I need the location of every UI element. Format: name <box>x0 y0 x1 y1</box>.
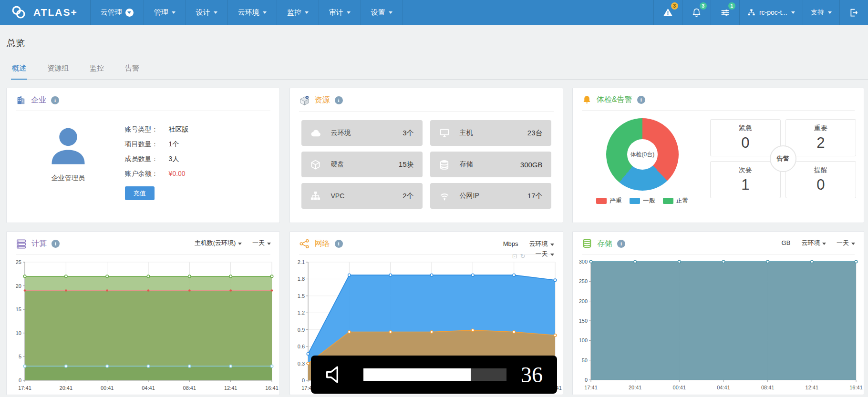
tab-alarms[interactable]: 告警 <box>124 64 140 79</box>
storage-card: 存储 i GB云环境 一天 17:4120:4100:4104:4108:411… <box>572 231 864 395</box>
svg-text:50: 50 <box>582 357 588 363</box>
health-card-header: 体检&告警 i <box>582 88 855 111</box>
cloud-management-caret-icon <box>125 9 134 17</box>
warning-triangle-icon <box>662 7 673 18</box>
resource-tile-storage[interactable]: 存储 300GB <box>430 152 551 177</box>
chevron-down-icon <box>550 254 554 256</box>
brand[interactable]: ATLAS+ <box>0 0 90 25</box>
svg-text:10: 10 <box>16 330 21 336</box>
alarm-bell-icon <box>582 95 592 105</box>
tab-monitoring[interactable]: 监控 <box>89 64 105 79</box>
legend-item-healthy[interactable]: 正常 <box>663 196 689 205</box>
storage-icon <box>439 159 453 170</box>
alarm-box-urgent[interactable]: 紧急 0 <box>710 119 781 156</box>
chevron-down-icon <box>238 243 242 245</box>
health-card-title: 体检&告警 <box>597 95 632 105</box>
legend-swatch <box>630 198 640 204</box>
balance-row: 账户余额： ¥0.00 <box>125 170 263 178</box>
chevron-down-icon <box>263 11 267 14</box>
restore-icon[interactable]: ↻ <box>520 253 526 260</box>
tab-resource-groups[interactable]: 资源组 <box>46 64 70 79</box>
storage-card-title: 存储 <box>597 239 612 249</box>
nav-menu-settings[interactable]: 设置 <box>361 0 403 25</box>
tasks-button[interactable]: 1 <box>711 0 739 25</box>
atlas-logo-icon <box>10 4 27 20</box>
info-icon[interactable]: i <box>52 240 60 248</box>
svg-text:250: 250 <box>579 278 588 284</box>
tab-overview[interactable]: 概述 <box>11 64 27 80</box>
svg-text:2.1: 2.1 <box>297 259 304 265</box>
info-icon[interactable]: i <box>637 96 645 104</box>
resource-tile-public-ip[interactable]: 公网IP 17个 <box>430 183 551 209</box>
svg-text:150: 150 <box>579 318 588 324</box>
svg-text:16:41: 16:41 <box>265 385 279 391</box>
logout-button[interactable] <box>839 0 868 25</box>
chevron-down-icon <box>389 11 393 14</box>
resource-tile-disks[interactable]: 硬盘 15块 <box>301 152 423 177</box>
support-menu[interactable]: 支持 <box>803 0 839 25</box>
compute-range-selector[interactable]: 一天 <box>252 239 271 246</box>
health-card-body: 体检(0台) 严重 一般 正常 <box>573 111 864 205</box>
vpc-icon <box>310 191 324 202</box>
legend-item-critical[interactable]: 严重 <box>596 196 622 205</box>
nav-menu-cloud-management[interactable]: 云管理 <box>90 0 144 25</box>
svg-text:17:41: 17:41 <box>18 385 31 391</box>
alarm-box-important[interactable]: 重要 2 <box>785 119 856 156</box>
network-range-selector[interactable]: 一天 <box>536 250 554 257</box>
svg-text:08:41: 08:41 <box>183 385 196 391</box>
health-legend: 严重 一般 正常 <box>596 196 689 205</box>
host-icon <box>439 128 453 138</box>
recharge-button[interactable]: 充值 <box>125 186 155 200</box>
alarm-box-reminder[interactable]: 提醒 0 <box>785 161 856 198</box>
datazoom-icon[interactable]: ⊡ <box>512 253 517 260</box>
network-unit-label: Mbps <box>503 240 518 247</box>
alarm-box-minor[interactable]: 次要 1 <box>710 161 781 198</box>
resource-tile-hosts[interactable]: 主机 23台 <box>430 120 551 146</box>
storage-range-selector[interactable]: 一天 <box>837 239 855 246</box>
notifications-button[interactable]: 3 <box>682 0 711 25</box>
nav-menu-cloud-env[interactable]: 云环境 <box>227 0 277 25</box>
svg-text:15: 15 <box>16 306 21 312</box>
resources-card-body: 云环境 3个 主机 23台 硬盘 15块 存储 <box>290 112 563 209</box>
resource-tile-vpc[interactable]: VPC 2个 <box>301 183 423 209</box>
main-menu: 云管理 管理 设计 云环境 监控 审计 设置 <box>90 0 403 25</box>
avatar <box>45 123 91 169</box>
storage-env-selector[interactable]: 云环境 <box>801 239 826 246</box>
compute-metric-selector[interactable]: 主机数(云环境) <box>195 239 242 246</box>
storage-chart: 17:4120:4100:4104:4108:4112:4116:4105010… <box>573 257 864 393</box>
compute-card: 计算 i 主机数(云环境) 一天 17:4120:4100:4104:4108:… <box>6 231 280 395</box>
chevron-down-icon <box>791 11 795 14</box>
volume-bar-fill <box>363 368 471 381</box>
enterprise-card-header: 企业 i <box>16 88 270 111</box>
info-icon[interactable]: i <box>51 96 59 104</box>
enterprise-card-body: 企业管理员 账号类型： 社区版 项目数量： 1个 成员数量： 3人 账户余额： … <box>7 111 279 200</box>
info-icon[interactable]: i <box>335 96 343 104</box>
nav-menu-audit[interactable]: 审计 <box>319 0 361 25</box>
tab-bar: 概述 资源组 监控 告警 <box>11 64 868 80</box>
nav-menu-management[interactable]: 管理 <box>144 0 186 25</box>
nav-menu-design[interactable]: 设计 <box>186 0 227 25</box>
resource-box-icon <box>299 95 310 106</box>
info-icon[interactable]: i <box>335 240 343 248</box>
svg-text:0.9: 0.9 <box>297 327 304 333</box>
bell-icon <box>692 8 702 18</box>
nav-menu-label: 设计 <box>196 8 210 17</box>
resource-tile-cloud-env[interactable]: 云环境 3个 <box>301 120 423 146</box>
nav-menu-label: 云管理 <box>101 8 122 17</box>
info-icon[interactable]: i <box>617 240 625 248</box>
nav-menu-label: 监控 <box>287 8 301 17</box>
public-ip-icon <box>439 191 453 202</box>
nav-menu-monitoring[interactable]: 监控 <box>277 0 319 25</box>
svg-text:5: 5 <box>19 354 21 359</box>
svg-text:20: 20 <box>16 283 21 289</box>
notifications-badge: 3 <box>700 2 707 10</box>
legend-item-normal[interactable]: 一般 <box>630 196 655 205</box>
volume-bar-track <box>363 368 506 381</box>
summary-cards-row: 企业 i 企业管理员 账号类型： 社区版 项目数量： 1个 成 <box>6 88 864 223</box>
tenant-selector[interactable]: rc-poc-t... <box>739 0 803 25</box>
svg-text:0.6: 0.6 <box>297 344 304 349</box>
nav-menu-label: 管理 <box>154 8 168 17</box>
health-donut-center: 体检(0台) <box>627 139 658 170</box>
network-env-selector[interactable]: 云环境 <box>529 240 554 247</box>
alerts-button[interactable]: 3 <box>653 0 682 25</box>
